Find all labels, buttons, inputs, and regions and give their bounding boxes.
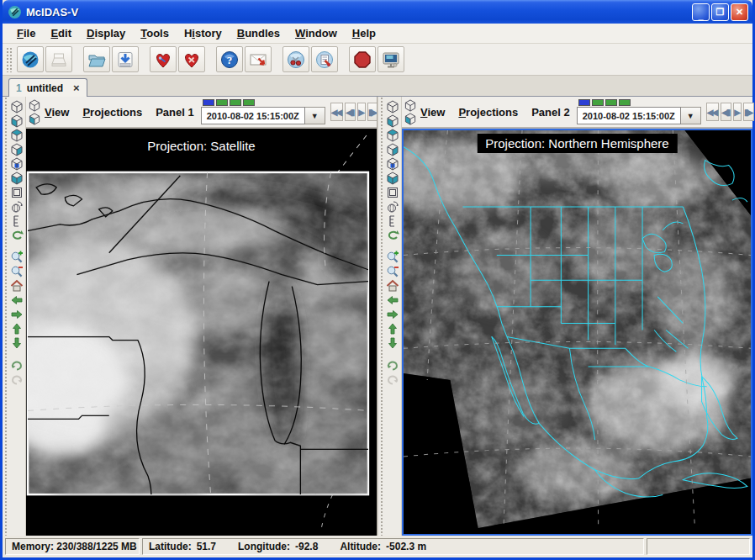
menu-tools[interactable]: Tools (133, 25, 177, 41)
favorite-heart-icon (153, 50, 173, 70)
data-explorer-icon (20, 50, 40, 70)
pan-right-button[interactable] (385, 307, 400, 321)
viewpoint-toolbar-grip[interactable] (3, 97, 9, 536)
anim-step-indicator[interactable] (619, 99, 631, 106)
user-preferences-button[interactable] (282, 46, 309, 72)
memory-status: Memory: 230/388/1225 MB (5, 538, 140, 555)
menu-help[interactable]: Help (345, 25, 383, 41)
show-help-button[interactable]: ? (216, 46, 243, 72)
pan-left-button[interactable] (9, 293, 24, 307)
zoom-in-button[interactable] (385, 250, 400, 264)
zoom-out-button[interactable] (9, 264, 24, 278)
anim-step-indicator[interactable] (216, 99, 228, 106)
edit-formulas-button[interactable] (311, 46, 338, 72)
rotate-view-button[interactable] (9, 199, 24, 214)
panel2-projections-menu[interactable]: Projections (458, 106, 518, 119)
anim-step-indicator[interactable] (578, 99, 590, 106)
pan-right-button[interactable] (9, 307, 24, 321)
panel2-time-combo[interactable]: 2010-08-02 15:15:00Z ▼ (577, 107, 701, 124)
view-top-button[interactable] (9, 128, 24, 142)
anim-step-indicator[interactable] (605, 99, 617, 106)
perspective-view-button[interactable] (9, 99, 24, 114)
view-east-button[interactable] (385, 142, 400, 156)
title-bar[interactable]: McIDAS-V _ ❐ ✕ (3, 0, 752, 24)
maximize-button[interactable]: ❐ (711, 3, 729, 21)
view-front-button[interactable] (9, 156, 24, 171)
pan-up-button[interactable] (9, 321, 24, 335)
undo-view-button[interactable] (9, 357, 24, 372)
menu-edit[interactable]: Edit (43, 25, 79, 41)
box-2d-view-button[interactable] (385, 185, 400, 199)
show-support-request-button[interactable] (245, 46, 272, 72)
zoom-out-button[interactable] (385, 264, 400, 278)
redo-view-button[interactable] (9, 372, 24, 386)
panel2-view-menu[interactable]: View (420, 106, 445, 119)
manage-favorites-button[interactable] (178, 46, 205, 72)
zoom-in-button[interactable] (9, 250, 24, 264)
panel1-map-view[interactable]: Projection: Satellite (26, 129, 377, 536)
panel1-projections-menu[interactable]: Projections (82, 106, 142, 119)
time-dropdown-button[interactable]: ▼ (681, 107, 701, 124)
menu-display[interactable]: Display (79, 25, 133, 41)
perspective-view-button[interactable] (385, 99, 400, 114)
pan-down-button[interactable] (9, 335, 24, 350)
panel1-time-combo[interactable]: 2010-08-02 15:15:00Z ▼ (201, 107, 325, 124)
vertical-scale-button[interactable] (385, 214, 400, 228)
panel2-viewpoint-toolbar (378, 97, 402, 536)
minimize-button[interactable]: _ (692, 3, 710, 21)
cancel-loads-button[interactable] (349, 46, 376, 72)
show-display-manager-button[interactable] (378, 46, 404, 72)
undo-view-button[interactable] (385, 357, 400, 372)
window-title: McIDAS-V (26, 6, 690, 18)
view-top-button[interactable] (385, 128, 400, 142)
menu-file[interactable]: File (9, 25, 43, 41)
panel1-header: View Projections Panel 1 2010-08-02 15:1… (26, 97, 377, 129)
reset-home-button[interactable] (9, 278, 24, 293)
redo-view-button[interactable] (385, 372, 400, 386)
panel1-view-menu[interactable]: View (45, 106, 69, 119)
message-status (647, 538, 750, 555)
panel2-map-view[interactable]: Projection: Northern Hemisphere (402, 129, 752, 536)
close-button[interactable]: ✕ (731, 3, 748, 21)
rotate-view-button[interactable] (385, 199, 400, 214)
vertical-scale-button[interactable] (9, 214, 24, 228)
view-north-button[interactable] (385, 114, 400, 128)
view-east-button[interactable] (9, 142, 24, 156)
auto-rotate-button[interactable] (385, 228, 400, 242)
pan-down-button[interactable] (385, 335, 400, 350)
menu-window[interactable]: Window (288, 25, 345, 41)
anim-step-indicator[interactable] (203, 99, 214, 106)
view-south-button[interactable] (9, 171, 24, 185)
reset-home-button[interactable] (385, 278, 400, 293)
toolbar-grip[interactable] (6, 47, 13, 72)
play-button[interactable]: ▶ (357, 103, 366, 121)
anim-step-indicator[interactable] (592, 99, 604, 106)
step-forward-button[interactable]: ▮▶ (743, 103, 754, 121)
time-dropdown-button[interactable]: ▼ (305, 107, 325, 124)
anim-step-indicator[interactable] (243, 99, 255, 106)
go-to-start-button[interactable]: ◀◀ (706, 103, 719, 121)
step-back-button[interactable]: ◀▮ (721, 103, 731, 121)
pan-left-button[interactable] (385, 293, 400, 307)
open-file-button[interactable] (83, 46, 110, 72)
step-back-button[interactable]: ◀▮ (345, 103, 356, 121)
tab-untitled[interactable]: 1 untitled × (8, 78, 87, 97)
auto-rotate-button[interactable] (9, 228, 24, 242)
square-2d-icon (10, 186, 24, 199)
tab-close-icon[interactable]: × (73, 82, 80, 94)
anim-step-indicator[interactable] (230, 99, 241, 106)
view-south-button[interactable] (385, 171, 400, 185)
view-front-button[interactable] (385, 156, 400, 171)
box-2d-view-button[interactable] (9, 185, 24, 199)
menu-history[interactable]: History (177, 25, 230, 41)
pan-up-button[interactable] (385, 321, 400, 335)
go-to-start-button[interactable]: ◀◀ (330, 103, 343, 121)
show-data-explorer-button[interactable] (17, 46, 44, 72)
add-favorite-button[interactable] (150, 46, 177, 72)
viewpoint-toolbar-grip[interactable] (378, 97, 385, 536)
view-north-button[interactable] (9, 114, 24, 128)
save-bundle-button[interactable] (112, 46, 139, 72)
capture-image-button[interactable] (45, 46, 72, 72)
play-button[interactable]: ▶ (733, 103, 742, 121)
menu-bundles[interactable]: Bundles (230, 25, 288, 41)
